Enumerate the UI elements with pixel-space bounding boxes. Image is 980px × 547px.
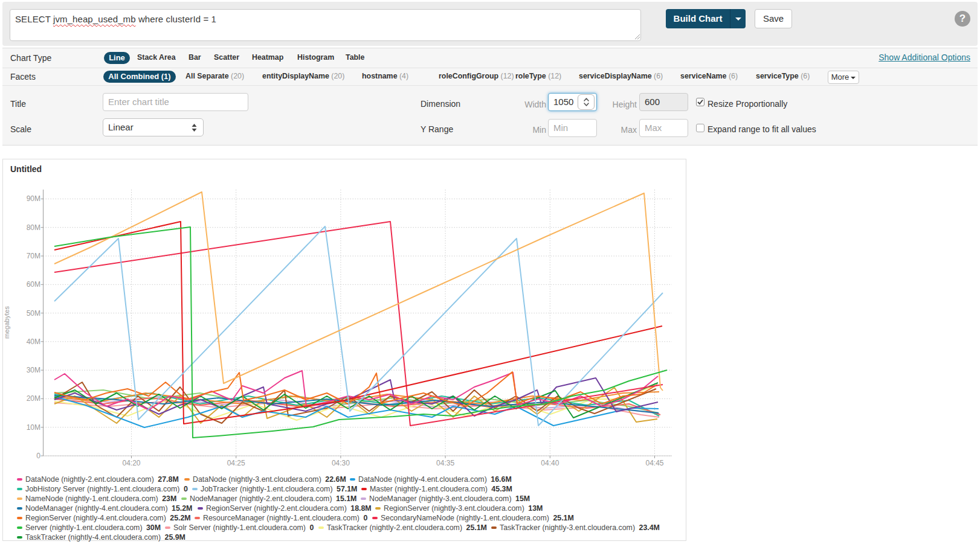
svg-text:50M: 50M — [27, 309, 40, 318]
svg-text:04:35: 04:35 — [436, 459, 454, 467]
svg-text:04:30: 04:30 — [332, 459, 350, 467]
svg-text:04:25: 04:25 — [227, 459, 245, 467]
svg-text:40M: 40M — [27, 337, 40, 346]
svg-text:80M: 80M — [27, 223, 40, 232]
svg-text:04:20: 04:20 — [122, 459, 140, 467]
svg-text:04:40: 04:40 — [541, 459, 559, 467]
svg-text:megabytes: megabytes — [3, 306, 10, 339]
svg-text:90M: 90M — [27, 194, 40, 203]
svg-text:70M: 70M — [27, 252, 40, 260]
svg-text:20M: 20M — [27, 394, 40, 403]
svg-text:0: 0 — [36, 452, 40, 460]
svg-text:30M: 30M — [27, 366, 40, 374]
svg-text:04:45: 04:45 — [645, 459, 663, 467]
svg-text:10M: 10M — [27, 423, 40, 432]
svg-text:60M: 60M — [27, 280, 40, 289]
